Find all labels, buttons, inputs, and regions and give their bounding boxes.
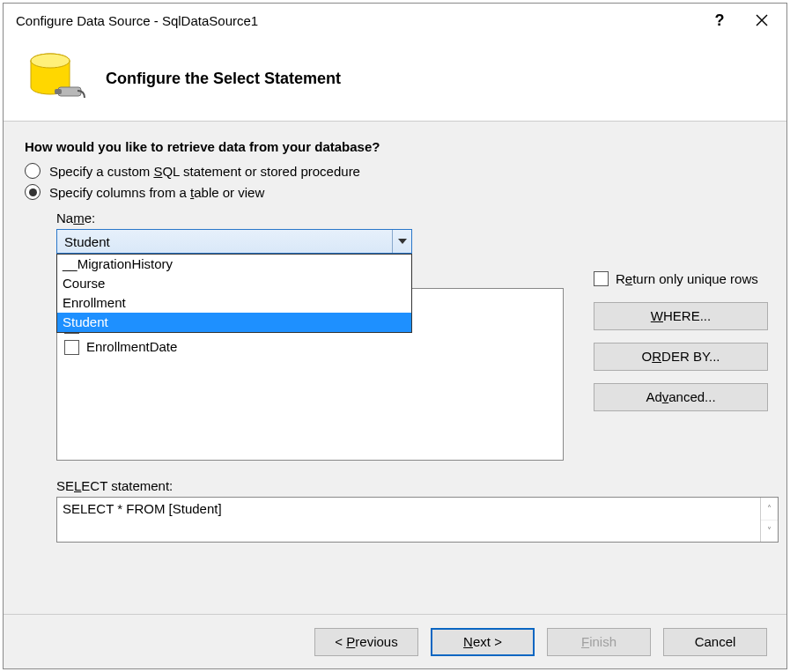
radio-custom-sql-label: Specify a custom SQL statement or stored… [49,164,360,179]
return-unique-label: Return only unique rows [616,271,758,286]
database-icon [25,48,86,110]
column-checkbox-row[interactable]: EnrollmentDate [64,336,556,358]
spinner-down-icon[interactable]: ˅ [761,521,778,543]
table-picker-section: Name: Student __MigrationHistoryCourseEn… [56,210,765,543]
svg-rect-5 [55,89,62,94]
combobox-value: Student [57,234,392,249]
checkbox-icon [594,271,609,286]
chevron-down-icon [392,230,411,253]
select-statement-text: SELECT * FROM [Student] [63,501,222,516]
radio-icon [25,184,41,200]
question-label: How would you like to retrieve data from… [25,139,765,154]
wizard-title: Configure the Select Statement [106,70,341,88]
svg-point-3 [31,54,70,68]
dropdown-item[interactable]: Course [57,274,411,293]
next-button[interactable]: Next > [431,628,535,656]
table-name-dropdown[interactable]: __MigrationHistoryCourseEnrollmentStuden… [56,254,412,333]
cancel-button[interactable]: Cancel [663,628,767,656]
radio-specify-columns[interactable]: Specify columns from a table or view [25,184,765,200]
spinner-up-icon[interactable]: ˄ [761,498,778,521]
advanced-button[interactable]: Advanced... [594,383,768,411]
radio-specify-columns-label: Specify columns from a table or view [49,185,264,200]
orderby-button[interactable]: ORDER BY... [594,343,768,371]
select-statement-box[interactable]: SELECT * FROM [Student] ˄ ˅ [56,497,779,543]
return-unique-checkbox[interactable]: Return only unique rows [594,271,780,286]
radio-icon [25,163,41,179]
wizard-dialog: Configure Data Source - SqlDataSource1 ?… [3,3,787,669]
dropdown-item[interactable]: Enrollment [57,293,411,313]
close-icon[interactable] [741,4,783,36]
name-label: Name: [56,210,765,225]
select-statement-label: SELECT statement: [56,478,765,493]
table-name-combobox[interactable]: Student __MigrationHistoryCourseEnrollme… [56,229,412,254]
previous-button[interactable]: < Previous [314,628,418,656]
radio-custom-sql[interactable]: Specify a custom SQL statement or stored… [25,163,765,179]
dropdown-item[interactable]: Student [57,313,411,332]
finish-button: Finish [547,628,651,656]
help-icon[interactable]: ? [698,4,741,36]
dropdown-item[interactable]: __MigrationHistory [57,255,411,274]
options-column: Return only unique rows WHERE... ORDER B… [594,270,780,424]
wizard-header: Configure the Select Statement [4,37,786,122]
checkbox-icon [64,340,79,355]
column-label: EnrollmentDate [86,336,177,358]
window-title: Configure Data Source - SqlDataSource1 [16,13,698,28]
wizard-footer: < Previous Next > Finish Cancel [4,614,786,668]
titlebar: Configure Data Source - SqlDataSource1 ? [4,4,786,37]
wizard-content: How would you like to retrieve data from… [4,122,786,555]
where-button[interactable]: WHERE... [594,302,768,330]
spinner[interactable]: ˄ ˅ [760,498,778,542]
